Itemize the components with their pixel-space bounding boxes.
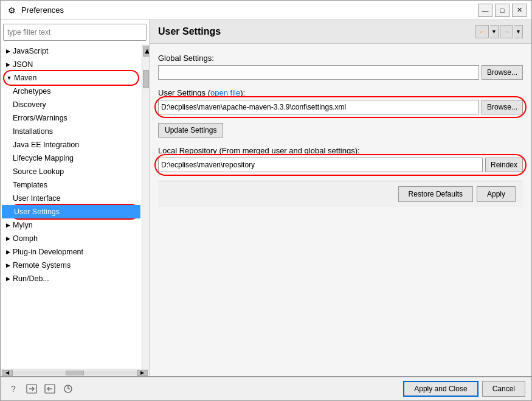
sidebar-item-label: Mylyn [13,221,33,229]
expand-icon: ▶ [3,274,13,284]
sidebar: ▶ JavaScript ▶ JSON ▼ Maven [1,20,150,376]
sidebar-item-discovery[interactable]: Discovery [1,98,142,111]
sidebar-item-label: Plug-in Development [13,248,83,256]
preferences-window: ⚙ Preferences — □ ✕ ▶ JavaScript ▶ JSON [0,0,532,401]
global-settings-label: Global Settings: [158,54,523,63]
expand-icon: ▶ [3,60,13,69]
sidebar-item-label: Java EE Integration [13,141,79,149]
expand-icon: ▶ [3,220,13,230]
user-settings-input[interactable] [158,100,479,114]
window-controls: — □ ✕ [478,4,527,17]
panel-body: Global Settings: Browse... User Settings… [150,44,531,376]
sidebar-item-label: JSON [13,60,33,69]
sidebar-item-user-settings[interactable]: User Settings [2,205,140,218]
forward-dropdown[interactable]: ▼ [514,25,523,38]
minimize-button[interactable]: — [478,4,492,17]
expand-icon: ▶ [3,260,13,270]
import-icon[interactable] [25,382,38,396]
local-repo-input-wrapper: Reindex [158,158,523,172]
local-repo-group: Local Repository (From merged user and g… [158,146,523,172]
panel-title: User Settings [158,26,221,37]
main-content: ▶ JavaScript ▶ JSON ▼ Maven [1,20,531,376]
help-icon[interactable]: ? [7,382,20,396]
sidebar-item-label: JavaScript [13,47,48,55]
expand-icon: ▼ [4,73,14,83]
sidebar-item-label: Run/Deb... [13,274,49,283]
sidebar-item-maven[interactable]: ▼ Maven [2,71,140,85]
scroll-left-btn[interactable]: ◀ [2,370,13,376]
tree-container: ▶ JavaScript ▶ JSON ▼ Maven [1,44,142,369]
global-settings-group: Global Settings: Browse... [158,54,523,80]
local-repo-input[interactable] [158,158,483,172]
sidebar-scrollbar[interactable]: ▲ [142,44,149,369]
close-button[interactable]: ✕ [512,4,527,17]
footer-icons: ? [7,382,75,396]
sidebar-item-javascript[interactable]: ▶ JavaScript [1,44,142,58]
sidebar-item-source-lookup[interactable]: Source Lookup [1,165,142,178]
sidebar-hscrollbar[interactable]: ◀ ▶ [1,369,149,376]
right-panel: User Settings ← ▼ → ▼ Global Settings: [150,20,531,376]
sidebar-item-mylyn[interactable]: ▶ Mylyn [1,218,142,232]
back-dropdown[interactable]: ▼ [490,25,499,38]
user-browse-button[interactable]: Browse... [482,100,523,114]
maven-row-wrapper: ▼ Maven [2,71,140,85]
user-settings-group: User Settings (open file): Browse... Upd… [158,88,523,138]
user-settings-input-wrapper: Browse... [158,100,523,114]
expand-icon: ▶ [3,234,13,243]
sidebar-item-label: Archetypes [13,87,51,96]
sidebar-item-errors-warnings[interactable]: Errors/Warnings [1,111,142,125]
restore-defaults-button[interactable]: Restore Defaults [398,186,473,202]
forward-button[interactable]: → [500,25,513,38]
scroll-up-btn[interactable]: ▲ [143,46,149,57]
sidebar-item-label: Maven [14,74,37,82]
window-icon: ⚙ [5,4,18,16]
footer: ? [1,376,531,400]
back-button[interactable]: ← [475,25,489,38]
sidebar-item-lifecycle-mapping[interactable]: Lifecycle Mapping [1,152,142,165]
sidebar-item-run-debug[interactable]: ▶ Run/Deb... [1,272,142,285]
user-settings-row-wrapper: User Settings [2,205,140,218]
sidebar-item-label: Errors/Warnings [13,114,67,122]
sidebar-item-oomph[interactable]: ▶ Oomph [1,232,142,245]
title-bar: ⚙ Preferences — □ ✕ [1,1,531,20]
reindex-button[interactable]: Reindex [485,158,523,172]
window-title: Preferences [21,5,478,15]
user-settings-label: User Settings (open file): [158,88,523,97]
scroll-hthumb[interactable] [66,371,84,375]
sidebar-item-java-ee[interactable]: Java EE Integration [1,138,142,152]
sidebar-item-label: User Settings [14,207,60,216]
global-browse-button[interactable]: Browse... [482,65,523,80]
expand-icon: ▶ [3,46,13,56]
footer-actions: Apply and Close Cancel [403,381,525,397]
scroll-thumb[interactable] [143,70,149,88]
refresh-icon[interactable] [61,382,75,396]
bottom-buttons: Restore Defaults Apply [158,181,523,207]
update-settings-wrapper: Update Settings [158,119,523,138]
apply-and-close-button[interactable]: Apply and Close [403,381,478,397]
sidebar-item-label: User Interface [13,194,61,203]
local-repo-input-row: Reindex [158,158,523,172]
filter-input[interactable] [3,24,147,41]
update-settings-button[interactable]: Update Settings [158,123,223,138]
open-file-link[interactable]: open file [210,88,240,97]
cancel-button[interactable]: Cancel [482,381,525,397]
user-settings-input-row: Browse... [158,100,523,114]
sidebar-item-templates[interactable]: Templates [1,178,142,192]
sidebar-item-label: Installations [13,127,53,136]
sidebar-item-label: Templates [13,181,47,189]
sidebar-item-label: Lifecycle Mapping [13,154,74,162]
sidebar-item-user-interface[interactable]: User Interface [1,192,142,205]
sidebar-item-plug-in-dev[interactable]: ▶ Plug-in Development [1,245,142,259]
scroll-right-btn[interactable]: ▶ [137,370,148,376]
global-settings-input[interactable] [158,65,479,80]
sidebar-item-installations[interactable]: Installations [1,125,142,138]
sidebar-item-label: Discovery [13,100,46,109]
sidebar-item-remote-systems[interactable]: ▶ Remote Systems [1,259,142,272]
expand-icon: ▶ [3,247,13,257]
maximize-button[interactable]: □ [495,4,510,17]
apply-button[interactable]: Apply [477,186,516,202]
sidebar-item-json[interactable]: ▶ JSON [1,58,142,71]
export-icon[interactable] [43,382,57,396]
sidebar-item-label: Source Lookup [13,167,64,176]
sidebar-item-archetypes[interactable]: Archetypes [1,85,142,98]
